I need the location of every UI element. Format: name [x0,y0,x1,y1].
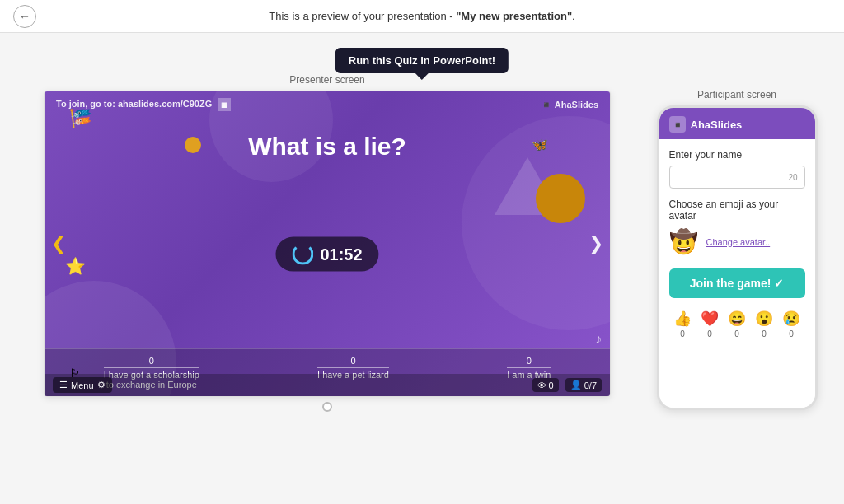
phone-top-bar: ◾ AhaSlides [659,108,815,139]
deco-music: ♪ [595,332,602,347]
slide-controls: ☰ Menu ⚙ 👁 0 👤 0/7 [45,374,610,396]
deco-star: ⭐ [65,256,86,276]
answer-count-1: 0 [104,356,199,368]
slide-join-text: To join, go to: ahaslides.com/C90ZG ▦ [56,98,231,111]
emoji-label: Choose an emoji as your avatar [669,198,805,222]
connector [322,402,332,412]
viewers-count: 0 [549,380,554,390]
like-emoji: 👍 [673,310,692,328]
menu-icon: ☰ [59,380,68,390]
avatar-row: 🤠 Change avatar.. [669,228,805,255]
phone-logo-icon: ◾ [669,116,686,133]
users-icon: 👤 [570,380,582,390]
back-icon: ← [19,10,30,23]
slide-logo: ◾ AhaSlides [541,100,598,110]
slide-stats: 👁 0 👤 0/7 [532,378,602,392]
participant-label: Participant screen [697,89,776,100]
phone-body: Enter your name 20 Choose an emoji as yo… [659,139,815,408]
timer-ring-icon [292,244,313,265]
slide-top-bar: To join, go to: ahaslides.com/C90ZG ▦ ◾ … [45,91,610,118]
reaction-laugh[interactable]: 😄 0 [728,310,746,338]
users-badge: 👤 0/7 [565,378,602,392]
menu-extra-icon: ⚙ [97,380,106,390]
timer-value: 01:52 [320,245,362,264]
cta-arrow [415,73,429,80]
main-content: Presenter screen 🎏 🦋 ⭐ 🏳 ♪ To join, go [0,66,844,420]
answer-count-2: 0 [317,356,389,368]
menu-button[interactable]: ☰ Menu ⚙ [53,377,112,393]
like-count: 0 [680,329,685,338]
top-bar: ← This is a preview of your presentation… [0,0,844,33]
heart-emoji: ❤️ [701,310,719,328]
name-label: Enter your name [669,149,805,161]
char-count: 20 [788,173,797,182]
slide-timer: 01:52 [275,237,378,272]
slide-inner: 🎏 🦋 ⭐ 🏳 ♪ To join, go to: ahaslides.com/… [45,91,610,396]
slide-next-button[interactable]: ❯ [588,233,603,254]
phone-logo-text: AhaSlides [691,119,743,131]
reaction-like[interactable]: 👍 0 [673,310,692,338]
reaction-sad[interactable]: 😢 0 [782,310,800,338]
back-button[interactable]: ← [13,5,36,28]
slide-question: What is a lie? [45,133,610,161]
heart-count: 0 [707,329,712,338]
sad-emoji: 😢 [782,310,800,328]
reactions-row: 👍 0 ❤️ 0 😄 0 😮 0 [669,310,805,338]
laugh-emoji: 😄 [728,310,746,328]
change-avatar-link[interactable]: Change avatar.. [706,237,771,247]
reaction-wow[interactable]: 😮 0 [755,310,773,338]
logo-triangle-icon: ◾ [673,120,682,129]
presenter-area: Presenter screen 🎏 🦋 ⭐ 🏳 ♪ To join, go [25,74,630,412]
answer-count-3: 0 [507,356,551,368]
join-url: ahaslides.com/C90ZG [118,99,212,109]
run-quiz-button[interactable]: Run this Quiz in PowerPoint! [335,48,509,73]
logo-icon: ◾ [541,100,552,110]
qr-icon: ▦ [218,98,231,111]
preview-text: This is a preview of your presentation -… [269,10,574,22]
presentation-name: "My new presentation" [456,10,572,22]
menu-label: Menu [71,380,94,390]
cta-container: Run this Quiz in PowerPoint! [335,48,509,80]
sad-count: 0 [789,329,794,338]
wow-count: 0 [762,329,767,338]
slide-prev-button[interactable]: ❮ [51,233,66,254]
participant-area: Participant screen ◾ AhaSlides Enter you… [654,89,819,410]
name-input-field[interactable]: 20 [669,166,805,189]
users-count: 0/7 [584,380,597,390]
reaction-heart[interactable]: ❤️ 0 [701,310,719,338]
viewers-badge: 👁 0 [532,378,559,392]
deco-gold-circle [536,174,585,223]
phone-frame: ◾ AhaSlides Enter your name 20 Choose an… [657,105,818,410]
slide-frame: 🎏 🦋 ⭐ 🏳 ♪ To join, go to: ahaslides.com/… [44,91,611,397]
join-game-button[interactable]: Join the game! ✓ [669,268,805,298]
viewers-icon: 👁 [537,380,546,390]
wow-emoji: 😮 [755,310,773,328]
avatar-emoji[interactable]: 🤠 [669,228,698,255]
laugh-count: 0 [734,329,739,338]
